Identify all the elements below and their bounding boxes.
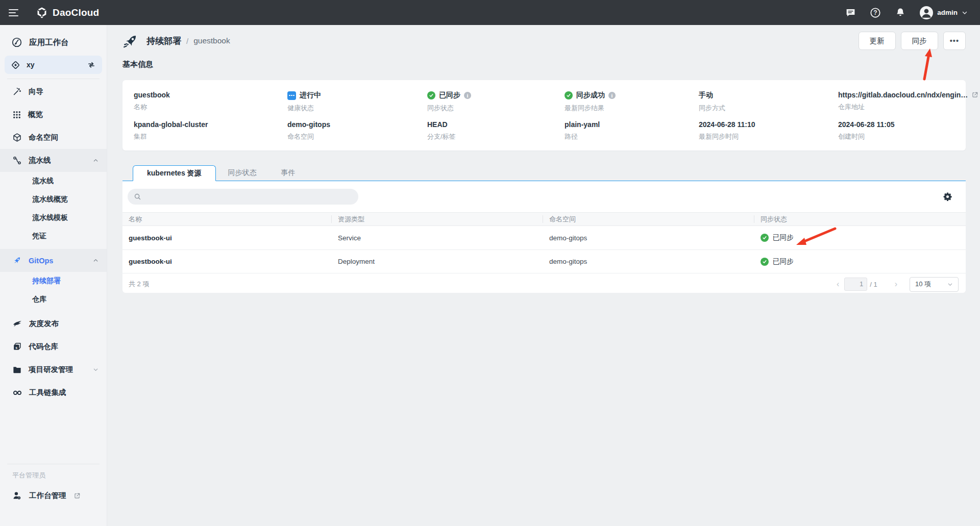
feedback-icon[interactable] <box>845 7 856 18</box>
svg-text:s: s <box>15 346 17 350</box>
workspace-icon <box>11 60 20 70</box>
field-path: plain-yaml 路径 <box>565 120 699 150</box>
chevron-down-icon <box>947 282 953 287</box>
field-sync-mode: 手动 同步方式 <box>699 91 838 120</box>
sidebar-item-pipeline-template[interactable]: 流水线模板 <box>0 209 107 227</box>
chevron-down-icon <box>962 10 968 16</box>
breadcrumb-section[interactable]: 持续部署 <box>146 35 181 47</box>
progressing-icon <box>287 91 296 100</box>
top-navbar: DaoCloud ? <box>0 0 980 25</box>
sidebar-header-workbench: 应用工作台 <box>11 33 107 52</box>
col-sync-status[interactable]: 同步状态 <box>754 215 966 223</box>
sidebar-item-code-repo[interactable]: s 代码仓库 <box>0 335 107 358</box>
brand-name: DaoCloud <box>53 7 99 18</box>
col-namespace[interactable]: 命名空间 <box>543 215 754 223</box>
switch-workspace-icon[interactable] <box>87 60 96 69</box>
notifications-bell-icon[interactable] <box>895 7 906 18</box>
page-input[interactable]: 1 <box>844 278 867 291</box>
code-repo-icon: s <box>12 342 22 352</box>
sidebar-item-credentials[interactable]: 凭证 <box>0 227 107 245</box>
info-icon[interactable]: i <box>464 92 471 99</box>
page-size-select[interactable]: 10 项 <box>910 277 959 292</box>
divider <box>7 79 100 79</box>
check-circle-icon <box>761 234 769 242</box>
sync-button[interactable]: 同步 <box>901 32 938 50</box>
basic-info-title: 基本信息 <box>122 60 153 69</box>
sidebar-item-pipeline[interactable]: 流水线 <box>0 149 107 172</box>
pipeline-icon <box>12 156 22 165</box>
workspace-selector[interactable]: xy <box>5 56 102 74</box>
tab-kubernetes-resources[interactable]: kubernetes 资源 <box>133 165 216 181</box>
table-header: 名称 资源类型 命名空间 同步状态 <box>122 212 966 226</box>
daocloud-logo-icon <box>36 7 48 19</box>
breadcrumb-current: guestbook <box>193 36 230 45</box>
folder-icon <box>12 365 22 374</box>
total-count: 共 2 项 <box>129 280 149 289</box>
main-content: 持续部署 / guestbook 更新 同步 ••• 基本信息 guestboo… <box>107 25 980 526</box>
table-settings-gear-icon[interactable] <box>943 192 952 202</box>
prev-page-icon[interactable]: ‹ <box>831 280 844 289</box>
table-footer: 共 2 项 ‹ 1 / 1 › 10 项 <box>122 273 966 295</box>
field-cluster: kpanda-global-cluster 集群 <box>134 120 287 150</box>
check-circle-icon <box>427 91 435 99</box>
tab-events[interactable]: 事件 <box>269 165 308 181</box>
field-name: guestbook 名称 <box>134 91 287 120</box>
search-input[interactable] <box>145 193 339 201</box>
field-health-status: 进行中 健康状态 <box>287 91 427 120</box>
daocloud-app: DaoCloud ? <box>0 0 980 526</box>
breadcrumb-separator: / <box>186 37 188 45</box>
update-button[interactable]: 更新 <box>859 32 896 50</box>
sidebar-item-toolchain[interactable]: 工具链集成 <box>0 381 107 404</box>
sidebar-item-repository[interactable]: 仓库 <box>0 290 107 309</box>
menu-toggle-icon[interactable] <box>0 0 27 25</box>
page-total: / 1 <box>870 281 877 288</box>
user-menu[interactable]: admin <box>920 6 968 19</box>
username-label: admin <box>937 9 958 16</box>
wand-icon <box>12 87 22 96</box>
field-last-sync-result: 同步成功 i 最新同步结果 <box>565 91 699 120</box>
table-row[interactable]: guestbook-ui Service demo-gitops 已同步 <box>122 226 966 250</box>
col-name[interactable]: 名称 <box>122 215 332 223</box>
rocket-icon <box>12 256 22 265</box>
brand-logo[interactable]: DaoCloud <box>36 7 99 19</box>
app-rocket-icon <box>122 33 139 49</box>
admin-user-icon <box>12 491 22 500</box>
sidebar-item-pipeline-list[interactable]: 流水线 <box>0 172 107 190</box>
cube-icon <box>12 133 22 142</box>
next-page-icon[interactable]: › <box>890 280 902 289</box>
field-branch: HEAD 分支/标签 <box>427 120 565 150</box>
field-last-sync-time: 2024-06-28 11:10 最新同步时间 <box>699 120 838 150</box>
repo-url-link[interactable]: https://gitlab.daocloud.cn/ndx/engin… <box>838 91 968 99</box>
info-icon[interactable]: i <box>608 92 616 99</box>
avatar <box>920 6 933 19</box>
search-input-wrapper[interactable] <box>128 189 358 205</box>
col-resource-type[interactable]: 资源类型 <box>332 215 543 223</box>
external-link-icon[interactable] <box>971 91 978 98</box>
help-icon[interactable]: ? <box>870 7 881 18</box>
sidebar-item-project-mgmt[interactable]: 项目研发管理 <box>0 358 107 381</box>
sidebar-item-workbench-admin[interactable]: 工作台管理 <box>12 491 107 500</box>
field-repo-url: https://gitlab.daocloud.cn/ndx/engin… 仓库… <box>838 91 978 120</box>
status-badge: 已同步 <box>773 233 794 242</box>
bird-icon <box>12 319 22 329</box>
sidebar-item-wizard[interactable]: 向导 <box>0 80 107 103</box>
check-circle-icon <box>761 258 769 266</box>
sidebar-item-overview[interactable]: 概览 <box>0 103 107 126</box>
sidebar-item-pipeline-overview[interactable]: 流水线概览 <box>0 190 107 209</box>
status-badge: 已同步 <box>773 257 794 266</box>
workspace-name: xy <box>27 61 35 69</box>
role-label: 平台管理员 <box>12 471 107 480</box>
more-actions-button[interactable]: ••• <box>943 32 966 50</box>
sidebar-item-gitops[interactable]: GitOps <box>0 249 107 272</box>
tab-bar: kubernetes 资源 同步状态 事件 <box>122 165 966 181</box>
workbench-icon <box>11 37 22 48</box>
field-sync-status: 已同步 i 同步状态 <box>427 91 565 120</box>
sidebar-item-continuous-deployment[interactable]: 持续部署 <box>0 272 107 290</box>
resources-panel: 名称 资源类型 命名空间 同步状态 guestbook-ui Service d… <box>122 181 966 293</box>
svg-text:?: ? <box>874 9 877 16</box>
sidebar-item-gray-release[interactable]: 灰度发布 <box>0 312 107 335</box>
table-row[interactable]: guestbook-ui Deployment demo-gitops 已同步 <box>122 250 966 273</box>
tab-sync-status[interactable]: 同步状态 <box>216 165 269 181</box>
sidebar-item-namespace[interactable]: 命名空间 <box>0 126 107 149</box>
chevron-down-icon <box>93 367 99 372</box>
